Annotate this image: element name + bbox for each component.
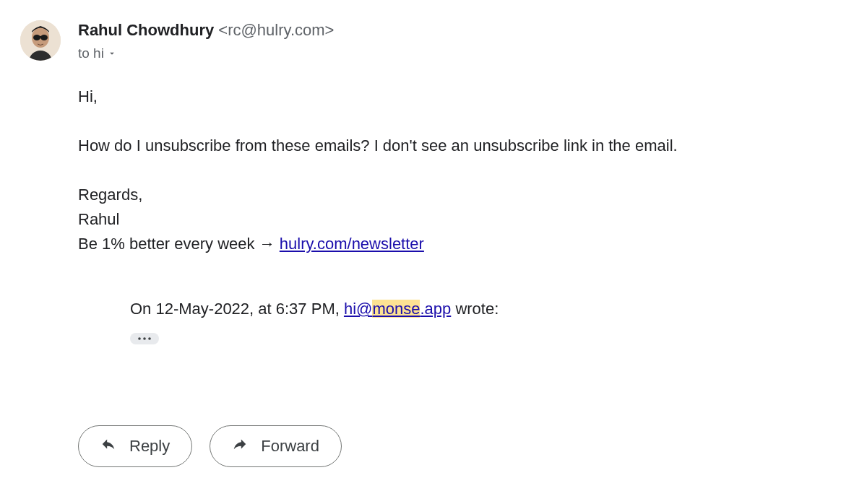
svg-point-5 bbox=[138, 337, 141, 340]
body-greeting: Hi, bbox=[78, 84, 838, 109]
svg-point-7 bbox=[148, 337, 151, 340]
forward-button[interactable]: Forward bbox=[210, 425, 342, 467]
reply-button[interactable]: Reply bbox=[78, 425, 192, 467]
recipient-dropdown[interactable]: to hi bbox=[78, 45, 838, 61]
forward-label: Forward bbox=[261, 437, 319, 456]
sender-name: Rahul Chowdhury bbox=[78, 21, 214, 39]
reply-icon bbox=[100, 436, 116, 456]
signature-line: Be 1% better every week → hulry.com/news… bbox=[78, 232, 838, 256]
svg-rect-4 bbox=[40, 36, 41, 38]
signature-prefix: Be 1% better every week → bbox=[78, 235, 280, 253]
ellipsis-icon bbox=[137, 336, 152, 342]
sender-email: <rc@hulry.com> bbox=[218, 21, 334, 39]
recipient-label: to hi bbox=[78, 45, 104, 61]
signature-regards: Regards, bbox=[78, 183, 838, 207]
chevron-down-icon bbox=[107, 48, 117, 58]
email-header: Rahul Chowdhury <rc@hulry.com> bbox=[78, 20, 838, 41]
body-paragraph: How do I unsubscribe from these emails? … bbox=[78, 134, 838, 158]
svg-point-6 bbox=[143, 337, 146, 340]
svg-point-3 bbox=[40, 35, 48, 40]
show-trimmed-content[interactable] bbox=[130, 333, 159, 344]
signature-link[interactable]: hulry.com/newsletter bbox=[280, 235, 424, 253]
avatar[interactable] bbox=[20, 20, 61, 61]
quoted-email-link[interactable]: hi@monse.app bbox=[344, 300, 451, 318]
email-body: Hi, How do I unsubscribe from these emai… bbox=[78, 84, 838, 256]
forward-icon bbox=[232, 436, 248, 456]
signature-name: Rahul bbox=[78, 207, 838, 232]
reply-label: Reply bbox=[129, 437, 170, 456]
quoted-header: On 12-May-2022, at 6:37 PM, hi@monse.app… bbox=[130, 300, 838, 318]
search-highlight: monse bbox=[372, 300, 420, 318]
svg-point-2 bbox=[33, 35, 40, 40]
quoted-suffix: wrote: bbox=[451, 300, 499, 318]
quoted-prefix: On 12-May-2022, at 6:37 PM, bbox=[130, 300, 344, 318]
